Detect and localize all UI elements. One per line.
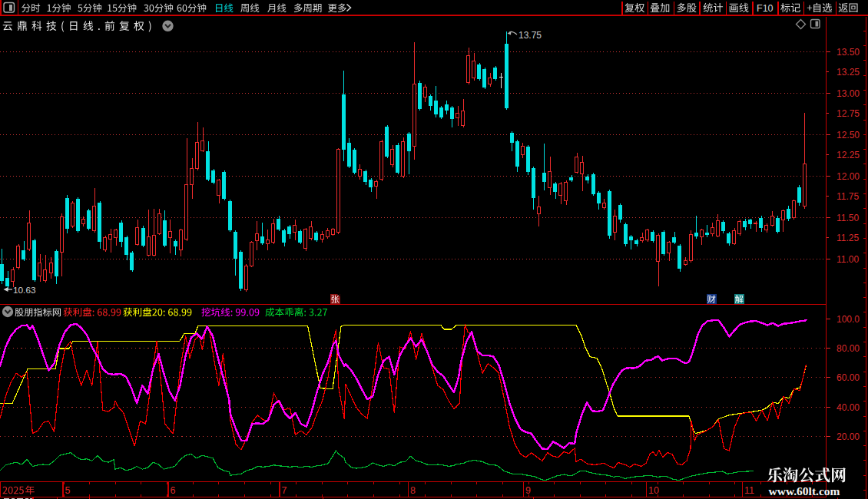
svg-text:40.00: 40.00 — [837, 402, 860, 413]
svg-text:12.50: 12.50 — [837, 130, 860, 140]
svg-text:7: 7 — [282, 485, 287, 496]
svg-text:20.00: 20.00 — [837, 431, 860, 442]
svg-text:11.25: 11.25 — [837, 233, 859, 243]
svg-text:8: 8 — [410, 485, 416, 496]
svg-text:6: 6 — [171, 485, 176, 496]
svg-text:80.00: 80.00 — [837, 343, 860, 354]
svg-text:F10: F10 — [757, 3, 774, 14]
svg-text:60.00: 60.00 — [837, 372, 860, 383]
svg-text:12.25: 12.25 — [837, 150, 860, 160]
svg-text:12.00: 12.00 — [837, 171, 860, 182]
svg-text:11: 11 — [744, 485, 754, 496]
svg-text:13.50: 13.50 — [837, 47, 860, 58]
svg-text:11.00: 11.00 — [837, 254, 859, 265]
svg-text:11.75: 11.75 — [837, 191, 859, 202]
svg-text:www.60lt.com: www.60lt.com — [769, 484, 840, 497]
svg-text:12.75: 12.75 — [837, 108, 860, 119]
svg-text:11.50: 11.50 — [837, 213, 859, 223]
svg-text:13.00: 13.00 — [837, 88, 860, 99]
svg-text:13.25: 13.25 — [837, 67, 860, 78]
svg-text:10: 10 — [648, 485, 659, 496]
svg-text:100.0: 100.0 — [837, 314, 860, 325]
svg-text:10.63: 10.63 — [13, 285, 36, 296]
svg-text:9: 9 — [525, 485, 531, 496]
svg-text:5: 5 — [65, 485, 71, 496]
svg-text:13.75: 13.75 — [518, 30, 542, 41]
